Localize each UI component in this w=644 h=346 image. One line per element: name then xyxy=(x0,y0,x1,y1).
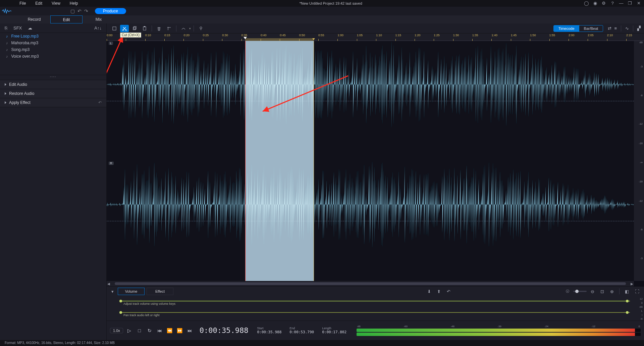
start-value: 0:00:35.988 xyxy=(257,330,282,334)
marker-icon[interactable] xyxy=(197,25,205,32)
media-file-item[interactable]: ♪Voice over.mp3 xyxy=(0,53,106,60)
menu-edit[interactable]: Edit xyxy=(35,1,42,6)
forward-button[interactable]: ⏩ xyxy=(176,327,183,334)
redo-icon[interactable]: ↷ xyxy=(84,8,88,14)
ruler-tick: 1:30 xyxy=(453,34,459,41)
zoom-in-icon[interactable]: ⊕ xyxy=(608,289,616,294)
db-tick: -18 xyxy=(639,142,643,145)
menu-file[interactable]: File xyxy=(19,1,26,6)
effect-tab[interactable]: Effect xyxy=(147,288,173,295)
media-file-item[interactable]: ♪Mahoroba.mp3 xyxy=(0,40,106,46)
time-ruler[interactable]: 0:000:050:100:150:200:250:300:350:400:45… xyxy=(107,34,644,41)
skip-end-button[interactable]: ⏭ xyxy=(186,327,194,334)
playback-speed[interactable]: 1.0x xyxy=(110,328,123,333)
waveform-channel[interactable]: R xyxy=(107,161,634,281)
ruler-tick: 0:15 xyxy=(164,34,170,41)
scroll-right-icon[interactable]: ▶ xyxy=(630,282,634,286)
paste-icon[interactable] xyxy=(140,25,149,32)
end-value: 0:00:53.790 xyxy=(289,330,314,334)
waveform-channel[interactable]: L xyxy=(107,41,634,161)
select-tool-icon[interactable] xyxy=(110,25,119,32)
spectral-view-icon[interactable]: ▞ xyxy=(637,26,641,31)
scroll-left-icon[interactable]: ◀ xyxy=(107,282,111,286)
ruler-tick: 1:45 xyxy=(511,34,517,41)
selection-region[interactable] xyxy=(245,41,314,281)
save-icon[interactable]: ▢ xyxy=(70,8,75,14)
channel-toggle-icon[interactable]: ◧ xyxy=(623,289,631,294)
media-file-item[interactable]: ♪Song.mp3 xyxy=(0,46,106,53)
scroll-thumb[interactable] xyxy=(115,282,626,285)
settings-icon[interactable]: ⚙ xyxy=(601,1,606,6)
help-icon[interactable]: ? xyxy=(610,1,615,6)
accordion-section[interactable]: Edit Audio xyxy=(0,80,106,89)
fade-icon[interactable] xyxy=(179,25,188,32)
playhead-line[interactable] xyxy=(245,41,246,281)
play-button[interactable]: ▷ xyxy=(126,327,133,334)
waveform-view-icon[interactable]: ∿ xyxy=(625,26,629,31)
tab-record[interactable]: Record xyxy=(18,15,50,23)
notify-icon[interactable]: ◉ xyxy=(592,1,598,6)
menu-help[interactable]: Help xyxy=(70,1,78,6)
zoom-out-icon[interactable]: ⊖ xyxy=(589,289,596,294)
ruler-tick: 0:00 xyxy=(107,34,113,41)
playhead-marker-icon[interactable] xyxy=(244,37,247,39)
sfx-button[interactable]: SFX xyxy=(13,25,22,31)
key-export-icon[interactable]: ⬆ xyxy=(435,289,443,294)
volume-tab[interactable]: Volume xyxy=(118,288,145,295)
sort-button[interactable]: A↑↓ xyxy=(94,25,102,31)
zoom-slider[interactable] xyxy=(573,291,587,292)
accordion-section[interactable]: Restore Audio xyxy=(0,89,106,98)
accordion-section[interactable]: Apply Effect↶ xyxy=(0,98,106,107)
account-icon[interactable]: ◯ xyxy=(584,1,589,6)
timecode-option[interactable]: Timecode xyxy=(554,25,579,32)
db-tick: -12 xyxy=(639,199,643,203)
svg-rect-3 xyxy=(133,27,136,30)
ruler-tick: 1:25 xyxy=(434,34,440,41)
maximize-icon[interactable]: ❐ xyxy=(627,1,633,6)
selection-end-line[interactable] xyxy=(314,41,314,281)
undo-icon[interactable]: ↶ xyxy=(77,8,82,14)
ruler-tick: 0:25 xyxy=(203,34,209,41)
produce-button[interactable]: Produce xyxy=(95,8,126,14)
tab-edit[interactable]: Edit xyxy=(50,15,83,23)
horizontal-scrollbar[interactable]: ◀ ▶ xyxy=(107,281,634,286)
lane-toggle-icon[interactable]: ▾ xyxy=(109,289,116,294)
media-file-item[interactable]: ♪Free Loop.mp3 xyxy=(0,33,106,40)
menu-view[interactable]: View xyxy=(52,1,60,6)
drag-handle-icon[interactable]: •••• xyxy=(50,75,56,77)
mode-tabs: Record Edit Mix xyxy=(0,15,644,23)
section-undo-icon[interactable]: ↶ xyxy=(98,100,102,105)
snap-icon[interactable]: ≡ xyxy=(614,26,617,31)
import-icon[interactable]: ⎘ xyxy=(5,25,7,31)
svg-point-7 xyxy=(200,27,202,29)
ruler-tick: 0:30 xyxy=(222,34,228,41)
waveform-editor[interactable]: 0:000:050:100:150:200:250:300:350:400:45… xyxy=(107,34,644,286)
level-meter: dB-60-48-36-24-120 xyxy=(357,325,641,336)
delete-icon[interactable] xyxy=(155,25,163,32)
cloud-icon[interactable]: ☁ xyxy=(28,25,32,31)
zoom-reset-icon[interactable]: ⦾ xyxy=(564,289,571,294)
file-name: Mahoroba.mp3 xyxy=(11,41,39,45)
barbeat-option[interactable]: Bar/Beat xyxy=(579,25,603,32)
loop-button[interactable]: ↻ xyxy=(146,327,153,334)
crop-icon[interactable] xyxy=(165,25,173,32)
time-mode-toggle: Timecode Bar/Beat xyxy=(553,25,603,32)
dropdown-chevron-icon[interactable]: ▾ xyxy=(189,27,191,30)
zoom-fit-icon[interactable]: ⊡ xyxy=(598,289,606,294)
copy-icon[interactable] xyxy=(130,25,139,32)
lane-undo-icon[interactable]: ↶ xyxy=(445,289,452,294)
minimize-icon[interactable]: — xyxy=(619,1,624,6)
ruler-tick: 1:10 xyxy=(376,34,382,41)
key-add-icon[interactable]: ⬇ xyxy=(425,289,433,294)
fullscreen-icon[interactable]: ⛶ xyxy=(633,289,641,294)
skip-start-button[interactable]: ⏮ xyxy=(156,327,163,334)
volume-hint: Adjust track volume using volume keys xyxy=(123,302,175,305)
rewind-button[interactable]: ⏪ xyxy=(166,327,173,334)
end-label: End xyxy=(289,327,314,330)
tab-mix[interactable]: Mix xyxy=(83,15,115,23)
cut-tool-icon[interactable]: Cut (Ctrl+X) xyxy=(120,25,129,32)
svg-rect-0 xyxy=(113,27,116,30)
loop-icon[interactable]: ⇄ xyxy=(608,26,611,31)
close-icon[interactable]: ✕ xyxy=(636,1,641,6)
stop-button[interactable]: □ xyxy=(136,327,143,334)
